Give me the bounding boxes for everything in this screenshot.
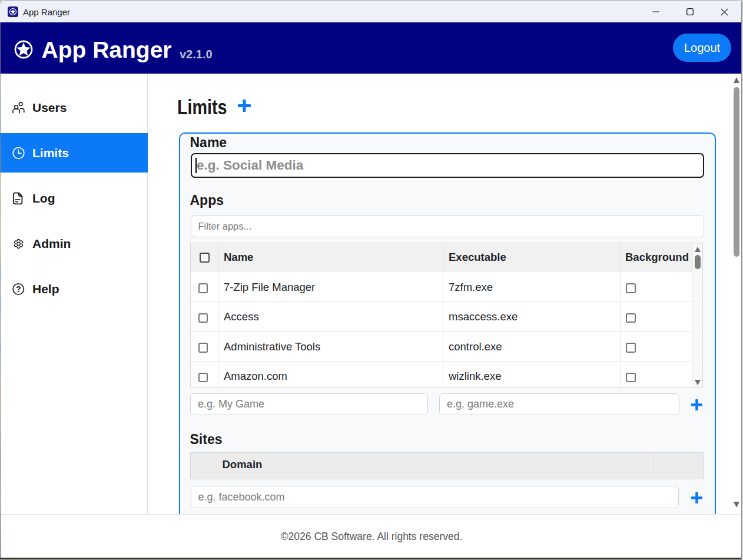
svg-text:?: ? (16, 284, 21, 293)
